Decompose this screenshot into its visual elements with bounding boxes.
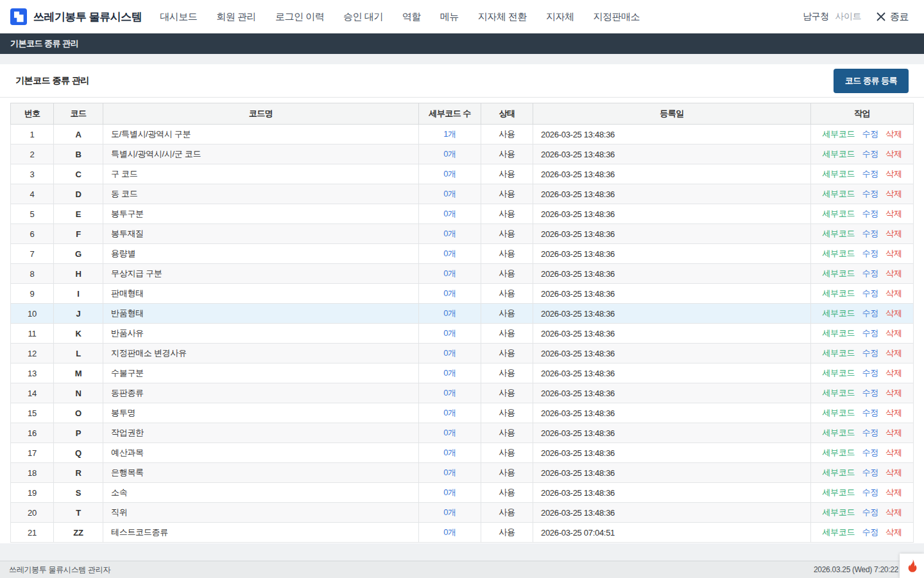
edit-link[interactable]: 수정: [862, 169, 878, 179]
delete-link[interactable]: 삭제: [886, 408, 902, 417]
detail-count-link[interactable]: 0개: [443, 468, 456, 477]
edit-link[interactable]: 수정: [862, 507, 878, 517]
detail-count-link[interactable]: 0개: [443, 229, 456, 238]
detail-count-link[interactable]: 0개: [443, 408, 456, 417]
delete-link[interactable]: 삭제: [886, 169, 902, 179]
delete-link[interactable]: 삭제: [886, 229, 902, 238]
delete-link[interactable]: 삭제: [886, 249, 902, 258]
detail-code-link[interactable]: 세부코드: [822, 129, 855, 139]
detail-code-link[interactable]: 세부코드: [822, 368, 855, 378]
site-link[interactable]: 사이트: [835, 11, 862, 22]
delete-link[interactable]: 삭제: [886, 388, 902, 398]
detail-code-link[interactable]: 세부코드: [822, 468, 855, 477]
edit-link[interactable]: 수정: [862, 468, 878, 477]
edit-link[interactable]: 수정: [862, 527, 878, 537]
nav-item-2[interactable]: 회원 관리: [216, 11, 256, 23]
nav-item-8[interactable]: 지자체: [546, 11, 574, 23]
nav-item-4[interactable]: 승인 대기: [343, 11, 383, 23]
delete-link[interactable]: 삭제: [886, 428, 902, 437]
detail-count-link[interactable]: 0개: [443, 169, 456, 179]
detail-code-link[interactable]: 세부코드: [822, 328, 855, 338]
detail-code-link[interactable]: 세부코드: [822, 189, 855, 198]
delete-link[interactable]: 삭제: [886, 487, 902, 497]
delete-link[interactable]: 삭제: [886, 308, 902, 318]
detail-count-link[interactable]: 0개: [443, 368, 456, 378]
delete-link[interactable]: 삭제: [886, 129, 902, 139]
detail-count-link[interactable]: 0개: [443, 308, 456, 318]
detail-count-link[interactable]: 0개: [443, 428, 456, 437]
detail-count-link[interactable]: 0개: [443, 189, 456, 198]
edit-link[interactable]: 수정: [862, 408, 878, 417]
delete-link[interactable]: 삭제: [886, 527, 902, 537]
cell-status: 사용: [481, 324, 533, 344]
detail-code-link[interactable]: 세부코드: [822, 507, 855, 517]
edit-link[interactable]: 수정: [862, 268, 878, 278]
register-code-type-button[interactable]: 코드 종류 등록: [834, 69, 909, 93]
edit-link[interactable]: 수정: [862, 348, 878, 358]
edit-link[interactable]: 수정: [862, 388, 878, 398]
detail-code-link[interactable]: 세부코드: [822, 268, 855, 278]
delete-link[interactable]: 삭제: [886, 288, 902, 298]
detail-code-link[interactable]: 세부코드: [822, 388, 855, 398]
delete-link[interactable]: 삭제: [886, 268, 902, 278]
detail-code-link[interactable]: 세부코드: [822, 288, 855, 298]
nav-item-5[interactable]: 역할: [402, 11, 421, 23]
detail-count-link[interactable]: 0개: [443, 288, 456, 298]
detail-code-link[interactable]: 세부코드: [822, 487, 855, 497]
detail-code-link[interactable]: 세부코드: [822, 448, 855, 457]
debug-toolbar-button[interactable]: [900, 554, 924, 578]
detail-count-link[interactable]: 0개: [443, 388, 456, 398]
detail-code-link[interactable]: 세부코드: [822, 428, 855, 437]
delete-link[interactable]: 삭제: [886, 328, 902, 338]
nav-item-1[interactable]: 대시보드: [160, 11, 197, 23]
delete-link[interactable]: 삭제: [886, 189, 902, 198]
nav-item-9[interactable]: 지정판매소: [593, 11, 640, 23]
cell-actions: 세부코드 수정 삭제: [811, 244, 914, 264]
delete-link[interactable]: 삭제: [886, 149, 902, 159]
edit-link[interactable]: 수정: [862, 288, 878, 298]
edit-link[interactable]: 수정: [862, 487, 878, 497]
delete-link[interactable]: 삭제: [886, 468, 902, 477]
nav-item-3[interactable]: 로그인 이력: [275, 11, 324, 23]
detail-code-link[interactable]: 세부코드: [822, 229, 855, 238]
detail-count-link[interactable]: 0개: [443, 527, 456, 537]
detail-count-link[interactable]: 0개: [443, 348, 456, 358]
detail-count-link[interactable]: 0개: [443, 507, 456, 517]
detail-code-link[interactable]: 세부코드: [822, 249, 855, 258]
detail-code-link[interactable]: 세부코드: [822, 527, 855, 537]
detail-count-link[interactable]: 0개: [443, 249, 456, 258]
delete-link[interactable]: 삭제: [886, 507, 902, 517]
detail-count-link[interactable]: 0개: [443, 149, 456, 159]
detail-code-link[interactable]: 세부코드: [822, 408, 855, 417]
detail-code-link[interactable]: 세부코드: [822, 169, 855, 179]
delete-link[interactable]: 삭제: [886, 448, 902, 457]
edit-link[interactable]: 수정: [862, 328, 878, 338]
edit-link[interactable]: 수정: [862, 448, 878, 457]
detail-count-link[interactable]: 0개: [443, 328, 456, 338]
detail-count-link[interactable]: 0개: [443, 209, 456, 218]
nav-item-6[interactable]: 메뉴: [440, 11, 459, 23]
edit-link[interactable]: 수정: [862, 209, 878, 218]
delete-link[interactable]: 삭제: [886, 368, 902, 378]
delete-link[interactable]: 삭제: [886, 348, 902, 358]
edit-link[interactable]: 수정: [862, 189, 878, 198]
edit-link[interactable]: 수정: [862, 428, 878, 437]
detail-count-link[interactable]: 0개: [443, 448, 456, 457]
edit-link[interactable]: 수정: [862, 249, 878, 258]
detail-code-link[interactable]: 세부코드: [822, 308, 855, 318]
detail-count-link[interactable]: 0개: [443, 487, 456, 497]
exit-button[interactable]: 종료: [877, 11, 909, 23]
delete-link[interactable]: 삭제: [886, 209, 902, 218]
nav-item-7[interactable]: 지자체 전환: [478, 11, 527, 23]
detail-code-link[interactable]: 세부코드: [822, 209, 855, 218]
brand[interactable]: 쓰레기봉투 물류시스템: [10, 8, 142, 25]
edit-link[interactable]: 수정: [862, 368, 878, 378]
detail-code-link[interactable]: 세부코드: [822, 348, 855, 358]
edit-link[interactable]: 수정: [862, 308, 878, 318]
detail-count-link[interactable]: 0개: [443, 268, 456, 278]
edit-link[interactable]: 수정: [862, 129, 878, 139]
detail-count-link[interactable]: 1개: [443, 129, 456, 139]
edit-link[interactable]: 수정: [862, 229, 878, 238]
edit-link[interactable]: 수정: [862, 149, 878, 159]
detail-code-link[interactable]: 세부코드: [822, 149, 855, 159]
